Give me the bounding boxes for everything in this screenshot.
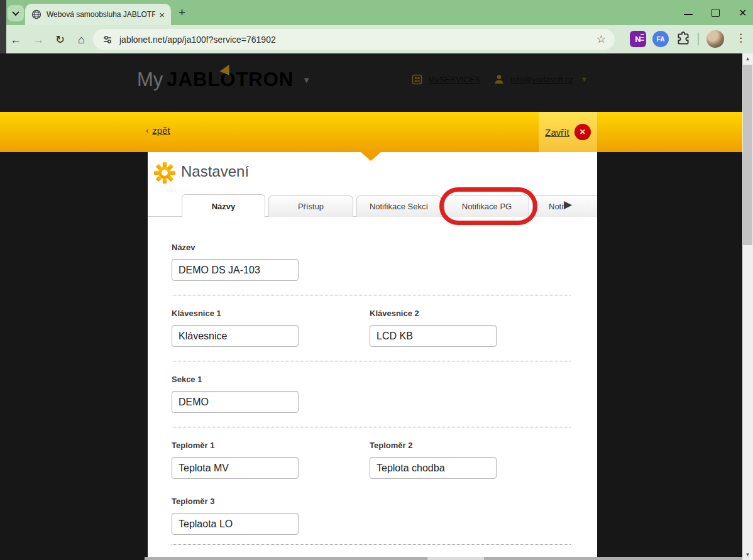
- screen: Webová samoobsluha JABLOTR × + ✕ ← → ↻ ⌂…: [0, 0, 753, 560]
- scroll-up-icon[interactable]: ▲: [742, 53, 753, 64]
- field-label: Klávesnice 1: [172, 309, 370, 318]
- teplomer-2-input[interactable]: [370, 457, 497, 479]
- back-link[interactable]: ‹ zpět: [146, 125, 170, 136]
- form-field: Název: [172, 243, 370, 281]
- forward-icon[interactable]: →: [33, 34, 44, 45]
- my-services-link[interactable]: MySERVICES: [428, 75, 480, 84]
- site-header: My JABLOTRON ▼ MySERVICES info@vodasoft.…: [0, 53, 742, 112]
- home-icon[interactable]: ⌂: [78, 34, 85, 45]
- settings-panel: Nastavení Názvy Přístup Notifikace Sekcí…: [148, 152, 597, 560]
- bookmark-star-icon[interactable]: ☆: [596, 33, 606, 46]
- tab-pristup[interactable]: Přístup: [268, 195, 353, 217]
- profile-avatar[interactable]: [706, 30, 724, 48]
- form-row: Název: [172, 243, 571, 281]
- back-label: zpět: [152, 125, 170, 136]
- menu-kebab-icon[interactable]: ⋮: [735, 31, 746, 45]
- form-field: Klávesnice 1: [172, 309, 370, 347]
- horizontal-scrollbar[interactable]: [145, 557, 742, 560]
- close-circle-icon: ✕: [574, 124, 591, 140]
- vertical-scrollbar[interactable]: ▲ ▼: [742, 53, 753, 560]
- close-label: Zavřít: [545, 127, 569, 138]
- extensions-puzzle-icon[interactable]: [675, 31, 691, 47]
- nazev-input[interactable]: [172, 259, 299, 281]
- tab-search-button[interactable]: [8, 5, 24, 21]
- klavesnice-2-input[interactable]: [370, 325, 497, 347]
- teplomer-1-input[interactable]: [172, 457, 299, 479]
- scroll-down-icon[interactable]: ▼: [742, 549, 753, 560]
- form-field: Teploměr 2: [370, 441, 568, 479]
- window-controls: ✕: [684, 0, 747, 25]
- form-field: Teploměr 3: [172, 497, 370, 535]
- tab-notifikace-pg[interactable]: Notifikace PG: [444, 195, 529, 217]
- reload-icon[interactable]: ↻: [55, 34, 65, 45]
- divider: [172, 544, 571, 545]
- field-label: Teploměr 2: [370, 441, 568, 450]
- account-dropdown-icon[interactable]: ▼: [581, 75, 588, 83]
- form-field: Teploměr 1: [172, 441, 370, 479]
- logo-dropdown-icon[interactable]: ▼: [302, 75, 311, 85]
- divider: [172, 361, 571, 361]
- fa-extension-icon[interactable]: FA: [652, 31, 669, 47]
- window-edge: [0, 0, 6, 53]
- sekce-1-input[interactable]: [172, 391, 299, 413]
- settings-form: Název Klávesnice 1 Klávesnice 2: [172, 243, 571, 558]
- maximize-icon[interactable]: [712, 9, 720, 17]
- browser-tab[interactable]: Webová samoobsluha JABLOTR ×: [25, 4, 171, 25]
- back-chevron-icon: ‹: [146, 126, 148, 135]
- horizontal-scrollbar-thumb[interactable]: [427, 557, 484, 560]
- klavesnice-1-input[interactable]: [172, 325, 299, 347]
- minimize-icon[interactable]: [684, 10, 693, 15]
- form-row: Sekce 1: [172, 375, 571, 413]
- form-row: Teploměr 1 Teploměr 2: [172, 441, 571, 479]
- form-field: Klávesnice 2: [370, 309, 568, 347]
- panel-pointer-notch: [361, 152, 381, 161]
- chevron-down-icon: [12, 9, 19, 16]
- field-label: Klávesnice 2: [370, 309, 568, 318]
- my-jablotron-logo[interactable]: My JABLOTRON ▼: [137, 69, 311, 91]
- scrollbar-thumb[interactable]: [743, 65, 752, 245]
- action-bar: ‹ zpět Zavřít ✕: [0, 112, 742, 152]
- new-tab-icon[interactable]: +: [179, 6, 185, 19]
- browser-tab-strip: Webová samoobsluha JABLOTR × + ✕: [0, 0, 753, 25]
- logo-brand: JABLOTRON: [167, 69, 294, 91]
- field-label: Teploměr 3: [172, 497, 370, 506]
- form-row: Klávesnice 1 Klávesnice 2: [172, 309, 571, 347]
- onenote-extension-icon[interactable]: N: [630, 31, 646, 47]
- header-account-area: MySERVICES info@vodasoft.cz ▼: [412, 74, 588, 85]
- logo-my: My: [137, 69, 163, 91]
- site-settings-icon[interactable]: [102, 34, 113, 45]
- tab-nazvy[interactable]: Názvy: [182, 194, 265, 217]
- onenote-lines: [640, 34, 644, 41]
- tab-close-icon[interactable]: ×: [159, 10, 165, 19]
- divider: [172, 427, 571, 427]
- tab-notifikace-sekci[interactable]: Notifikace Sekcí: [356, 195, 441, 217]
- browser-toolbar: ← → ↻ ⌂ jablonet.net/app/ja100f?service=…: [0, 25, 753, 53]
- services-grid-icon: [412, 74, 422, 85]
- tabs-overflow-arrow-icon[interactable]: ▶: [564, 198, 572, 211]
- field-label: Sekce 1: [172, 375, 370, 384]
- close-button[interactable]: Zavřít ✕: [539, 112, 597, 152]
- toolbar-divider: [698, 33, 699, 45]
- account-email-link[interactable]: info@vodasoft.cz: [510, 75, 573, 84]
- window-close-icon[interactable]: ✕: [739, 9, 747, 17]
- form-row: Teploměr 3: [172, 497, 571, 535]
- url-bar[interactable]: jablonet.net/app/ja100f?service=761902 ☆: [93, 29, 615, 50]
- field-label: Teploměr 1: [172, 441, 370, 450]
- globe-favicon-icon: [31, 9, 41, 19]
- teplomer-3-input[interactable]: [172, 513, 299, 535]
- page-viewport: My JABLOTRON ▼ MySERVICES info@vodasoft.…: [0, 53, 753, 560]
- gear-icon: [153, 162, 176, 184]
- tab-title: Webová samoobsluha JABLOTR: [47, 10, 155, 19]
- url-text: jablonet.net/app/ja100f?service=761902: [119, 35, 596, 45]
- field-label: Název: [172, 243, 370, 252]
- user-icon: [493, 74, 505, 85]
- fa-letters: FA: [657, 36, 665, 43]
- page-title: Nastavení: [181, 163, 249, 180]
- divider: [172, 295, 571, 295]
- form-field: Sekce 1: [172, 375, 370, 413]
- back-icon[interactable]: ←: [10, 34, 21, 45]
